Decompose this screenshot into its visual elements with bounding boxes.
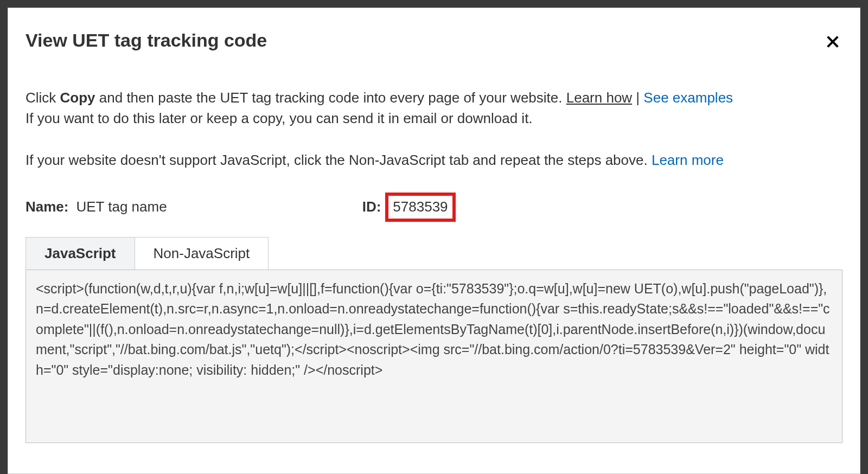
close-button[interactable] xyxy=(825,34,840,49)
instruction-text-post: and then paste the UET tag tracking code… xyxy=(95,89,566,106)
id-value-highlight: 5783539 xyxy=(385,193,455,222)
code-tabs: JavaScript Non-JavaScript xyxy=(25,237,843,270)
learn-how-link[interactable]: Learn how xyxy=(566,89,632,106)
copy-word: Copy xyxy=(60,89,95,106)
instruction-paragraph-2: If your website doesn't support JavaScri… xyxy=(25,150,843,171)
uet-tag-modal: View UET tag tracking code Click Copy an… xyxy=(8,8,860,474)
tab-non-javascript[interactable]: Non-JavaScript xyxy=(135,237,269,270)
meta-row: Name: UET tag name ID: 5783539 xyxy=(25,193,843,222)
non-js-text: If your website doesn't support JavaScri… xyxy=(25,152,652,168)
id-value: 5783539 xyxy=(393,198,448,215)
learn-more-link[interactable]: Learn more xyxy=(652,152,724,168)
id-block: ID: 5783539 xyxy=(362,193,456,222)
modal-title: View UET tag tracking code xyxy=(25,30,843,51)
tracking-code-box[interactable]: <script>(function(w,d,t,r,u){var f,n,i;w… xyxy=(25,270,843,443)
tab-javascript[interactable]: JavaScript xyxy=(25,237,135,270)
id-label: ID: xyxy=(362,198,381,215)
instruction-paragraph-1: Click Copy and then paste the UET tag tr… xyxy=(25,88,843,129)
instruction-line-2: If you want to do this later or keep a c… xyxy=(25,110,533,126)
separator: | xyxy=(632,89,643,106)
name-value: UET tag name xyxy=(76,198,167,215)
name-label: Name: xyxy=(25,198,68,215)
see-examples-link[interactable]: See examples xyxy=(643,89,733,106)
close-icon xyxy=(825,34,840,49)
instruction-text-pre: Click xyxy=(25,89,60,106)
